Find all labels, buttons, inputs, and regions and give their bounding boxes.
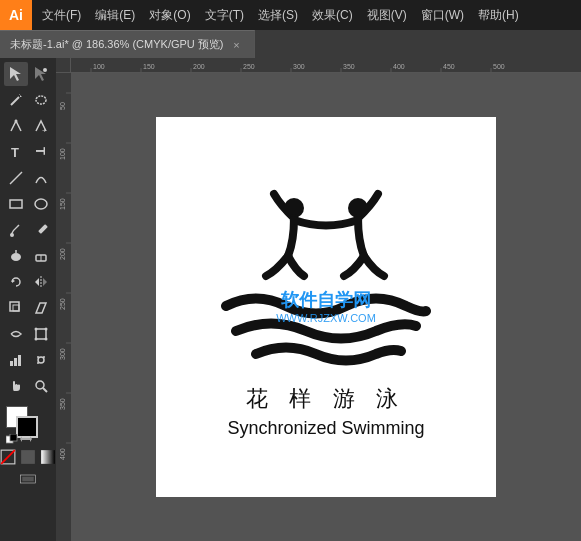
chinese-title: 花 样 游 泳 [246,384,407,414]
tool-group-type: T T [4,140,53,164]
svg-point-2 [43,68,47,72]
menu-type[interactable]: 文字(T) [199,5,250,26]
menu-select[interactable]: 选择(S) [252,5,304,26]
eraser-tool[interactable] [29,244,53,268]
svg-marker-4 [19,94,22,97]
svg-rect-11 [10,200,22,208]
scale-tool[interactable] [4,296,28,320]
svg-text:250: 250 [59,298,66,310]
svg-text:350: 350 [59,398,66,410]
tool-group-chart [4,348,53,372]
tab-close-button[interactable]: × [230,38,244,52]
tool-group-select [4,62,53,86]
app-logo: Ai [0,0,32,30]
chart-tool[interactable] [4,348,28,372]
canvas-area: 100 150 200 250 300 350 400 [56,58,581,541]
svg-line-3 [11,97,19,105]
tool-group-hand [4,374,53,398]
svg-rect-32 [18,355,21,366]
svg-text:450: 450 [443,63,455,70]
svg-line-42 [1,450,15,464]
direct-select-tool[interactable] [29,62,53,86]
lasso-tool[interactable] [29,88,53,112]
svg-text:300: 300 [293,63,305,70]
menu-edit[interactable]: 编辑(E) [89,5,141,26]
svg-point-5 [36,96,46,104]
magic-wand-tool[interactable] [4,88,28,112]
free-transform-tool[interactable] [29,322,53,346]
tool-group-brush [4,218,53,242]
screen-mode-normal[interactable] [14,471,42,487]
artboard: 花 样 游 泳 Synchronized Swimming 软件自学网 WWW.… [156,117,496,497]
rect-tool[interactable] [4,192,28,216]
svg-text:200: 200 [193,63,205,70]
svg-text:100: 100 [93,63,105,70]
zoom-tool[interactable] [29,374,53,398]
symbol-sprayer-tool[interactable] [29,348,53,372]
svg-point-12 [35,199,47,209]
svg-line-10 [10,172,22,184]
pen-tool[interactable] [4,114,28,138]
artwork-svg [206,176,446,376]
warp-tool[interactable] [4,322,28,346]
active-tab[interactable]: 未标题-1.ai* @ 186.36% (CMYK/GPU 预览) × [0,30,255,58]
svg-text:+: + [42,126,47,134]
svg-point-33 [38,357,44,363]
svg-line-38 [43,388,47,392]
type-tool[interactable]: T [4,140,28,164]
tool-group-blob [4,244,53,268]
add-anchor-tool[interactable]: + [29,114,53,138]
canvas-viewport[interactable]: 花 样 游 泳 Synchronized Swimming 软件自学网 WWW.… [71,73,581,541]
svg-point-35 [43,356,45,358]
svg-text:150: 150 [59,198,66,210]
svg-text:400: 400 [59,448,66,460]
rotate-tool[interactable] [4,270,28,294]
svg-rect-25 [36,329,46,339]
menu-object[interactable]: 对象(O) [143,5,196,26]
swap-colors-icon[interactable] [20,430,32,440]
svg-rect-43 [21,450,35,464]
svg-marker-0 [10,67,21,81]
menu-view[interactable]: 视图(V) [361,5,413,26]
hand-tool[interactable] [4,374,28,398]
color-mode-icon[interactable] [19,448,37,466]
screen-mode-selector [14,471,42,487]
svg-rect-14 [38,224,48,234]
menu-file[interactable]: 文件(F) [36,5,87,26]
svg-rect-31 [14,358,17,366]
fill-none-icon[interactable] [0,448,17,466]
menu-bar: 文件(F) 编辑(E) 对象(O) 文字(T) 选择(S) 效果(C) 视图(V… [32,5,581,26]
tool-group-wand [4,88,53,112]
menu-effect[interactable]: 效果(C) [306,5,359,26]
menu-window[interactable]: 窗口(W) [415,5,470,26]
type-vertical-tool[interactable]: T [29,140,53,164]
arc-tool[interactable] [29,166,53,190]
tab-title: 未标题-1.ai* @ 186.36% (CMYK/GPU 预览) [10,37,224,52]
svg-point-13 [10,233,14,237]
svg-rect-46 [22,477,33,482]
shear-tool[interactable] [29,296,53,320]
tool-group-line [4,166,53,190]
svg-point-37 [36,381,44,389]
tool-group-scale [4,296,53,320]
gradient-mode-icon[interactable] [39,448,57,466]
svg-rect-44 [41,450,55,464]
paintbrush-tool[interactable] [4,218,28,242]
svg-point-6 [14,120,17,123]
english-title: Synchronized Swimming [227,418,424,439]
ellipse-tool[interactable] [29,192,53,216]
menu-help[interactable]: 帮助(H) [472,5,525,26]
ruler-horizontal: 100 150 200 250 300 350 400 [71,58,581,73]
line-tool[interactable] [4,166,28,190]
svg-marker-21 [35,278,39,286]
select-tool[interactable] [4,62,28,86]
svg-rect-24 [10,302,19,311]
reflect-tool[interactable] [29,270,53,294]
svg-rect-30 [10,361,13,366]
blob-brush-tool[interactable] [4,244,28,268]
pencil-tool[interactable] [29,218,53,242]
svg-marker-22 [43,278,47,286]
svg-point-15 [11,253,21,261]
default-colors-icon[interactable] [6,430,18,440]
title-bar: Ai 文件(F) 编辑(E) 对象(O) 文字(T) 选择(S) 效果(C) 视… [0,0,581,30]
